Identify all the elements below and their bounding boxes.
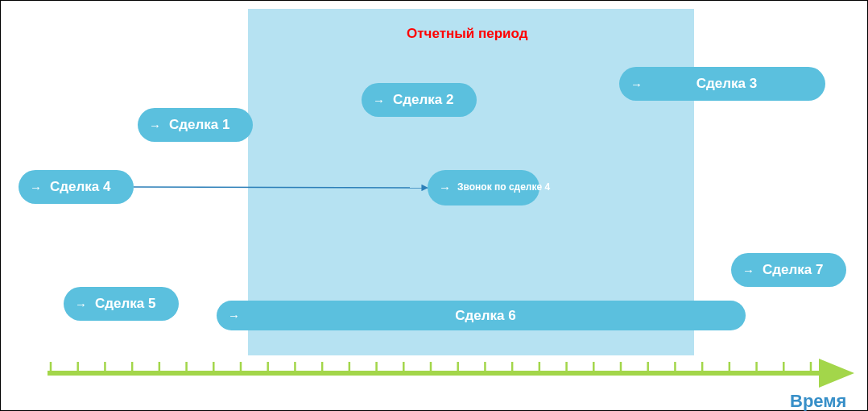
deal-pill-deal4: →Сделка 4: [19, 170, 134, 204]
deal-label: Сделка 4: [50, 179, 110, 195]
arrow-right-icon: →: [742, 264, 754, 277]
deal-label: Сделка 1: [169, 117, 229, 133]
deal-pill-deal3: →Сделка 3: [619, 67, 825, 101]
arrow-right-icon: →: [30, 181, 42, 194]
arrow-right-icon: →: [630, 77, 643, 91]
arrow-right-icon: →: [228, 309, 240, 322]
timeline-arrow: [48, 359, 854, 388]
deal-pill-deal5: →Сделка 5: [64, 287, 179, 321]
deal-pill-deal2: →Сделка 2: [362, 83, 477, 117]
reporting-period-title: Отчетный период: [407, 26, 527, 42]
arrow-right-icon: →: [439, 181, 451, 194]
deal-label: Звонок по сделке 4: [457, 182, 550, 193]
deal-pill-deal6: →Сделка 6: [217, 301, 746, 330]
arrow-right-icon: →: [373, 93, 385, 107]
arrow-right-icon: →: [75, 297, 87, 311]
deal-pill-deal7: →Сделка 7: [731, 253, 846, 287]
arrow-right-icon: →: [149, 118, 161, 132]
deal-label: Сделка 6: [455, 308, 515, 324]
deal-pill-deal4call: →Звонок по сделке 4: [428, 170, 539, 206]
deal-pill-deal1: →Сделка 1: [138, 108, 253, 142]
diagram-canvas: Отчетный период →Сделка 4→Сделка 1→Сделк…: [0, 0, 868, 411]
deal-label: Сделка 7: [763, 262, 823, 278]
deal-label: Сделка 3: [696, 76, 757, 92]
axis-label-time: Время: [790, 391, 846, 411]
deal-label: Сделка 5: [95, 296, 155, 312]
timeline-axis: [1, 355, 868, 411]
deal-label: Сделка 2: [393, 92, 453, 108]
